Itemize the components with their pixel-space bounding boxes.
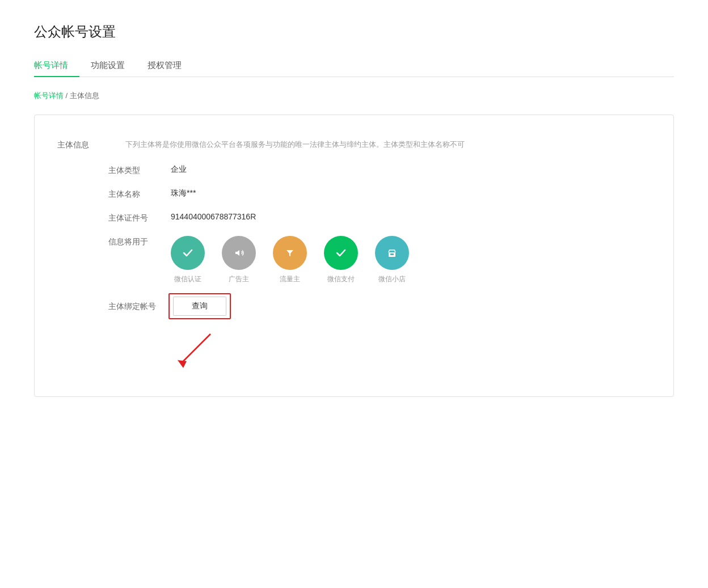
tabs-bar: 帐号详情 功能设置 授权管理 bbox=[34, 54, 674, 77]
value-entity-id: 914404000678877316R bbox=[171, 212, 256, 221]
section-header-row: 主体信息 下列主体将是你使用微信公众平台各项服务与功能的唯一法律主体与缔约主体。… bbox=[57, 138, 651, 374]
advertiser-icon bbox=[222, 236, 256, 270]
arrow-svg bbox=[171, 328, 227, 374]
label-entity-type: 主体类型 bbox=[108, 164, 154, 176]
advertiser-label: 广告主 bbox=[229, 274, 249, 284]
info-used-for-row: 信息将用于 微信认证 bbox=[108, 236, 651, 284]
svg-point-3 bbox=[333, 245, 349, 261]
fields-container: 主体类型 企业 主体名称 珠海*** 主体证件号 914404000678877… bbox=[108, 164, 651, 374]
traffic-icon bbox=[273, 236, 307, 270]
label-bind-account: 主体绑定帐号 bbox=[108, 301, 156, 312]
icon-item-mini-store: 微信小店 bbox=[375, 236, 409, 284]
value-entity-name: 珠海*** bbox=[171, 188, 196, 198]
tab-auth-management[interactable]: 授权管理 bbox=[136, 54, 193, 77]
svg-rect-6 bbox=[390, 253, 394, 255]
icon-item-advertiser: 广告主 bbox=[222, 236, 256, 284]
value-entity-type: 企业 bbox=[171, 164, 187, 175]
field-entity-id: 主体证件号 914404000678877316R bbox=[108, 212, 651, 223]
tab-feature-settings[interactable]: 功能设置 bbox=[79, 54, 136, 77]
arrow-annotation bbox=[171, 328, 651, 374]
bind-account-row: 主体绑定帐号 查询 bbox=[108, 297, 651, 316]
icon-item-wechat-auth: 微信认证 bbox=[171, 236, 205, 284]
icons-container: 微信认证 bbox=[171, 236, 409, 284]
section-description: 下列主体将是你使用微信公众平台各项服务与功能的唯一法律主体与缔约主体。主体类型和… bbox=[125, 138, 651, 151]
query-btn-wrapper: 查询 bbox=[173, 297, 226, 316]
mini-store-icon bbox=[375, 236, 409, 270]
label-entity-id: 主体证件号 bbox=[108, 212, 154, 223]
breadcrumb-separator: / bbox=[64, 91, 70, 100]
query-button[interactable]: 查询 bbox=[173, 297, 226, 316]
field-entity-type: 主体类型 企业 bbox=[108, 164, 651, 176]
breadcrumb-link[interactable]: 帐号详情 bbox=[34, 91, 64, 100]
svg-line-7 bbox=[182, 334, 210, 362]
mini-store-label: 微信小店 bbox=[378, 274, 406, 284]
wechat-pay-label: 微信支付 bbox=[327, 274, 355, 284]
label-info-used-for: 信息将用于 bbox=[108, 236, 154, 247]
section-content: 下列主体将是你使用微信公众平台各项服务与功能的唯一法律主体与缔约主体。主体类型和… bbox=[108, 138, 651, 374]
breadcrumb-current: 主体信息 bbox=[70, 91, 99, 100]
page-wrapper: 公众帐号设置 帐号详情 功能设置 授权管理 帐号详情 / 主体信息 主体信息 下… bbox=[0, 0, 708, 588]
wechat-auth-icon bbox=[171, 236, 205, 270]
traffic-label: 流量主 bbox=[280, 274, 300, 284]
page-title: 公众帐号设置 bbox=[34, 23, 674, 41]
icon-item-traffic: 流量主 bbox=[273, 236, 307, 284]
main-card: 主体信息 下列主体将是你使用微信公众平台各项服务与功能的唯一法律主体与缔约主体。… bbox=[34, 115, 674, 397]
section-title: 主体信息 bbox=[57, 138, 108, 150]
breadcrumb: 帐号详情 / 主体信息 bbox=[34, 91, 674, 101]
icon-item-wechat-pay: 微信支付 bbox=[324, 236, 358, 284]
wechat-pay-icon bbox=[324, 236, 358, 270]
svg-marker-8 bbox=[178, 360, 187, 368]
tab-account-detail[interactable]: 帐号详情 bbox=[34, 54, 79, 77]
wechat-auth-label: 微信认证 bbox=[174, 274, 201, 284]
label-entity-name: 主体名称 bbox=[108, 188, 154, 200]
field-entity-name: 主体名称 珠海*** bbox=[108, 188, 651, 200]
svg-point-0 bbox=[180, 245, 196, 261]
